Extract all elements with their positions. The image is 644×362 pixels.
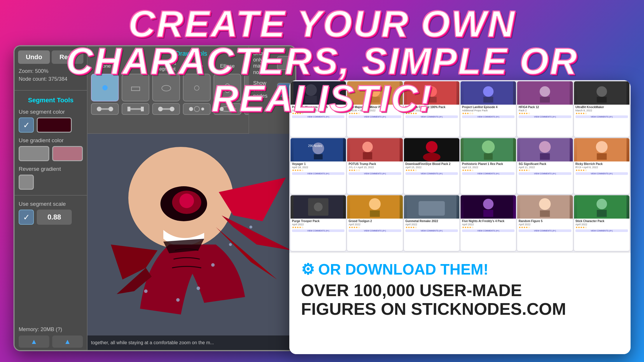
view-comments-btn[interactable]: VIEW COMMENTS (4+) (405, 172, 458, 175)
view-comments-btn[interactable]: VIEW COMMENTS (4+) (575, 229, 628, 232)
canvas-bottom-text: together, all while staying at a comfort… (88, 335, 295, 350)
svg-point-79 (539, 198, 551, 210)
figure-card: Five Nights At Freddy's 4 Pack April 202… (461, 195, 516, 251)
bottom-buttons: ▲ ▲ (15, 335, 87, 348)
figure-card: SG Significant Pack April 11, 2022 ★★★★☆… (517, 138, 573, 194)
figure-thumb-16 (461, 195, 516, 219)
view-comments-btn[interactable]: VIEW COMMENTS (4+) (575, 172, 628, 175)
svg-point-53 (362, 142, 373, 152)
view-comments-btn[interactable]: VIEW COMMENTS (4+) (292, 229, 344, 232)
svg-point-24 (211, 263, 215, 267)
bottom-btn-left[interactable]: ▲ (19, 335, 49, 348)
download-body: OVER 100,000 USER-MADEFIGURES ON STICKNO… (301, 281, 619, 318)
canvas-area[interactable] (88, 134, 295, 350)
view-comments-btn[interactable]: VIEW COMMENTS (4+) (462, 172, 514, 175)
svg-point-56 (426, 141, 438, 153)
segment-color-checkbox[interactable]: ✓ (19, 117, 34, 133)
figure-card: Grood Toolgun 2 April 2022 ★★★★☆ VIEW CO… (347, 195, 402, 251)
figure-card: Gunmetal Remake 2022 April 2022 ★★★★☆ VI… (404, 195, 459, 251)
download-title: ⚙ OR DOWNLOAD THEM! (301, 262, 619, 277)
svg-rect-83 (597, 210, 607, 217)
scale-value-display: 0.88 (37, 210, 72, 225)
svg-point-28 (229, 243, 232, 246)
gradient-color-label: Use gradient color (19, 137, 83, 144)
view-comments-btn[interactable]: VIEW COMMENTS (4+) (519, 172, 571, 175)
gradient-color-swatch-1[interactable] (19, 146, 49, 161)
figure-card: Purge Trooper Pack April 2022 ★★★★☆ VIEW… (290, 195, 346, 251)
segment-scale-row: Use segment scale ✓ 0.88 (15, 198, 87, 227)
figure-thumb-8 (347, 138, 402, 161)
memory-info: Memory: 20MB (?) (19, 326, 62, 333)
svg-rect-60 (484, 153, 493, 160)
view-comments-btn[interactable]: VIEW COMMENTS (4+) (349, 229, 401, 232)
figure-card: POTUS Trump Pack JYL-1 • April 15, 2022 … (347, 138, 402, 194)
gradient-color-row: Use gradient color (15, 135, 87, 164)
svg-point-69 (314, 203, 323, 211)
svg-rect-52 (350, 138, 400, 161)
help-button[interactable]: (?) (56, 326, 62, 332)
segment-scale-checkbox[interactable]: ✓ (19, 210, 34, 225)
svg-point-59 (482, 140, 495, 153)
svg-text:296 Nodes: 296 Nodes (308, 144, 322, 147)
download-cta: ⚙ OR DOWNLOAD THEM! OVER 100,000 USER-MA… (289, 252, 631, 354)
svg-rect-51 (314, 154, 323, 159)
reverse-gradient-label: Reverse gradient (19, 166, 83, 172)
view-comments-btn[interactable]: VIEW COMMENTS (4+) (519, 229, 571, 232)
figure-thumb-7: 296 Nodes (290, 138, 346, 161)
svg-point-76 (483, 199, 494, 209)
segment-color-swatch[interactable] (37, 117, 72, 133)
svg-point-82 (596, 199, 607, 209)
figure-thumb-12 (574, 138, 629, 161)
svg-point-29 (249, 226, 252, 229)
svg-point-27 (144, 289, 148, 293)
main-title: CREATE YOUR OWN CHARACTERS, SIMPLE OR RE… (7, 5, 637, 117)
svg-point-26 (176, 298, 180, 302)
title-banner: CREATE YOUR OWN CHARACTERS, SIMPLE OR RE… (7, 5, 637, 117)
right-arrow-icon: ▲ (64, 338, 71, 346)
gradient-color-swatch-2[interactable] (52, 146, 83, 161)
svg-rect-54 (363, 152, 372, 159)
figure-card: Stick Character Pack April 2022 ★★★★☆ VI… (574, 195, 629, 251)
svg-rect-66 (597, 153, 607, 160)
character-art (88, 134, 292, 338)
figure-thumb-14 (347, 195, 402, 219)
svg-rect-74 (419, 201, 445, 216)
svg-rect-72 (370, 210, 380, 217)
left-arrow-icon: ▲ (31, 338, 38, 346)
svg-rect-63 (540, 153, 550, 160)
view-comments-btn[interactable]: VIEW COMMENTS (4+) (292, 172, 344, 175)
svg-rect-80 (540, 210, 550, 217)
figure-thumb-15 (404, 195, 459, 219)
figure-thumb-18 (574, 195, 629, 219)
svg-point-65 (596, 141, 608, 153)
svg-point-25 (197, 287, 200, 290)
memory-label: Memory: 20MB (19, 326, 54, 332)
download-icon: ⚙ (301, 262, 315, 277)
view-comments-btn[interactable]: VIEW COMMENTS (4+) (462, 229, 514, 232)
svg-point-23 (179, 194, 194, 208)
svg-rect-77 (483, 210, 493, 217)
svg-point-62 (539, 141, 551, 153)
figure-card: Prehistoric Planet 1 Rex Pack April 13, … (461, 138, 516, 194)
svg-point-71 (369, 198, 381, 210)
download-panel: Predator Weapons Pack 5 SGH5 • May 12, 2… (289, 80, 631, 354)
svg-point-57 (423, 153, 440, 161)
figure-thumb-17 (517, 195, 573, 219)
view-comments-btn[interactable]: VIEW COMMENTS (4+) (349, 172, 401, 175)
figure-card: Ricky Blerrich Pack RYJI • April 8, 2022… (574, 138, 629, 194)
figure-card: DownloadFinnSlye Blood Pack 2 April 15, … (404, 138, 459, 194)
figure-card: Random Figure 5 April 2022 ★★★★☆ VIEW CO… (517, 195, 573, 251)
figure-card: 296 Nodes Voyager 1 April 18, 2022 ★★★★☆… (290, 138, 346, 194)
figure-thumb-11 (517, 138, 573, 161)
segment-scale-label: Use segment scale (19, 201, 83, 207)
view-comments-btn[interactable]: VIEW COMMENTS (4+) (405, 229, 458, 232)
figure-thumb-10 (461, 138, 516, 161)
figure-thumb-13 (290, 195, 346, 219)
bottom-btn-right[interactable]: ▲ (52, 335, 83, 348)
reverse-gradient-swatch[interactable] (19, 175, 34, 190)
figure-thumb-9 (404, 138, 459, 161)
reverse-gradient-row: Reverse gradient (15, 164, 87, 192)
download-title-text: OR DOWNLOAD THEM! (318, 262, 488, 277)
